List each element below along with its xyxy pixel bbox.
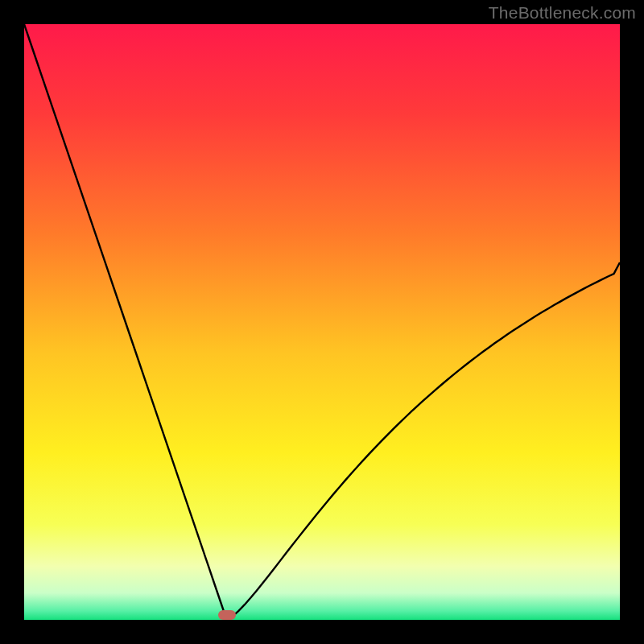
watermark-text: TheBottleneck.com — [489, 3, 636, 23]
chart-plot-area — [24, 24, 620, 620]
chart-frame: TheBottleneck.com — [0, 0, 644, 644]
